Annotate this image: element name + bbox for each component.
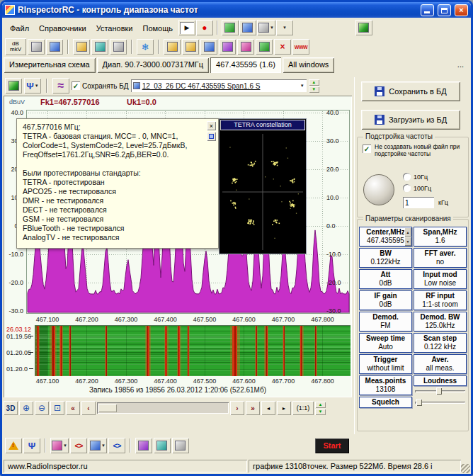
- spinner-down-icon[interactable]: ▼: [404, 237, 411, 246]
- trace1-config-button[interactable]: ▼: [50, 438, 69, 453]
- scan-param-sweep-time[interactable]: Sweep timeAuto: [359, 333, 412, 353]
- report-button[interactable]: [135, 438, 152, 453]
- zoom-select-button[interactable]: ⊡: [50, 401, 64, 415]
- minimize-button[interactable]: [421, 4, 434, 16]
- journal-button[interactable]: [73, 39, 90, 55]
- archive-folder-button[interactable]: [182, 39, 199, 55]
- start-button[interactable]: Start: [315, 438, 349, 453]
- maximize-button[interactable]: [438, 4, 451, 16]
- loudness-button[interactable]: Loudness: [414, 375, 467, 386]
- edit-table-button[interactable]: [91, 39, 108, 55]
- waveform-button[interactable]: ≈: [52, 78, 69, 94]
- scan-param-scan-step[interactable]: Scan step0.122 kHz: [414, 333, 467, 353]
- waterfall-chart[interactable]: [6, 325, 351, 376]
- tabs-overflow-button[interactable]: ...: [457, 60, 464, 69]
- page-first-button[interactable]: «: [66, 401, 80, 415]
- scan-param-aver[interactable]: Aver.all meas.: [414, 354, 467, 374]
- freeze-button[interactable]: ❄: [137, 39, 154, 55]
- schedule-button[interactable]: [200, 39, 217, 55]
- step-back-button[interactable]: ◄: [261, 401, 275, 415]
- search-mode-button[interactable]: ▼: [257, 20, 275, 35]
- scrollbar-thumb[interactable]: [98, 404, 117, 412]
- tab-измерительная-схема[interactable]: Измерительная схема: [4, 57, 96, 73]
- load-from-db-button[interactable]: Загрузить из БД: [361, 110, 460, 130]
- analyze-button[interactable]: [154, 438, 171, 453]
- map-button[interactable]: [355, 20, 372, 35]
- step-100hz-option[interactable]: 100Гц: [403, 184, 431, 192]
- scan-param-span-mhz[interactable]: Span,MHz1.6: [414, 227, 467, 246]
- pan-down-button[interactable]: ▼: [315, 409, 326, 415]
- scan-param-trigger[interactable]: Triggerwithout limit: [359, 354, 412, 374]
- trace1-step-buttons[interactable]: <>: [70, 438, 87, 453]
- menu-item-справочники[interactable]: Справочники: [34, 22, 91, 35]
- mode-dropdown-button[interactable]: ▼: [276, 20, 293, 35]
- history-scrollbar[interactable]: [97, 402, 229, 414]
- center-freq-spinner[interactable]: ▲▼: [404, 227, 411, 246]
- no-new-file-checkbox[interactable]: ✓: [363, 144, 371, 153]
- tab-диап-90-7-3000-007317мгц[interactable]: Диап. 90.7-3000.007317МГц: [97, 57, 210, 73]
- page-next-button[interactable]: ›: [230, 401, 244, 415]
- tuning-knob[interactable]: [363, 174, 394, 205]
- table-view-button[interactable]: [28, 39, 45, 55]
- start-sweep-button[interactable]: ▶: [178, 20, 195, 35]
- popup-pin-button[interactable]: [207, 132, 216, 141]
- zoom-out-button[interactable]: ⊖: [35, 401, 49, 415]
- scale-1to1-button[interactable]: (1:1): [292, 401, 314, 415]
- loudness-slider[interactable]: [414, 387, 467, 395]
- chart-purple-button[interactable]: [219, 39, 236, 55]
- scan-param-if-gain[interactable]: IF gain0dB: [359, 290, 412, 310]
- view-3d-button[interactable]: 3D: [4, 401, 18, 415]
- export-button[interactable]: [239, 20, 256, 35]
- db-mkv-toggle-button[interactable]: dBmkV: [5, 38, 26, 55]
- page-last-button[interactable]: »: [246, 401, 260, 415]
- save-to-db-button[interactable]: Сохранить в БД: [361, 81, 460, 101]
- step-fwd-button[interactable]: ►: [277, 401, 291, 415]
- antenna-button[interactable]: Ψ: [23, 438, 40, 453]
- scan-param-center-mhz[interactable]: Center,MHz467.435595▲▼: [359, 227, 412, 246]
- chart-green-button[interactable]: [256, 39, 273, 55]
- step-10hz-option[interactable]: 10Гц: [403, 173, 428, 181]
- trace-up-button[interactable]: ▲: [309, 79, 319, 86]
- web-button[interactable]: WWW: [292, 39, 309, 55]
- mask-button[interactable]: [110, 39, 127, 55]
- chart-pink-button[interactable]: [237, 39, 254, 55]
- record-selector[interactable]: 12_03_26 DC 467.435595 Span1.6 S ▼: [131, 79, 307, 92]
- tab-467-435595-1-6[interactable]: 467.435595 (1.6): [210, 57, 281, 73]
- scan-param-att[interactable]: Att0dB: [359, 269, 412, 289]
- notes-button[interactable]: [172, 438, 189, 453]
- menu-item-установки[interactable]: Установки: [91, 22, 138, 35]
- alarm-button[interactable]: !: [5, 438, 22, 453]
- chart-export-button[interactable]: [5, 78, 22, 94]
- zoom-in-button[interactable]: ⊕: [19, 401, 33, 415]
- slider-thumb[interactable]: [436, 387, 442, 395]
- record-button[interactable]: ●: [196, 20, 213, 35]
- delete-button[interactable]: ×: [274, 39, 291, 55]
- columns-view-button[interactable]: [46, 39, 63, 55]
- panorama-button[interactable]: [222, 20, 239, 35]
- spinner-up-icon[interactable]: ▲: [404, 227, 411, 237]
- scan-param-bw[interactable]: BW0.122kHz: [359, 248, 412, 268]
- squelch-button[interactable]: Squelch: [359, 397, 412, 408]
- scan-param-meas-points[interactable]: Meas.points13108: [359, 375, 412, 395]
- tab-all-windows[interactable]: All windows: [283, 57, 334, 73]
- page-prev-button[interactable]: ‹: [81, 401, 96, 415]
- scan-param-demod-bw[interactable]: Demod. BW125.0kHz: [414, 312, 467, 332]
- scan-param-rf-input[interactable]: RF input1:1-st room: [414, 290, 467, 310]
- trace-down-button[interactable]: ▼: [309, 86, 319, 93]
- scan-param-demod[interactable]: Demod.FM: [359, 312, 412, 332]
- squelch-slider[interactable]: [414, 399, 467, 406]
- title-bar[interactable]: RInspectorRC - контроль диапазона частот…: [2, 2, 471, 18]
- slider-thumb[interactable]: [416, 399, 422, 406]
- step-khz-input[interactable]: [403, 197, 434, 208]
- resize-grip[interactable]: [461, 464, 470, 473]
- trace2-step-buttons[interactable]: <>: [108, 438, 125, 453]
- close-button[interactable]: ×: [455, 4, 468, 16]
- open-folder-button[interactable]: [164, 39, 181, 55]
- popup-close-button[interactable]: ×: [207, 121, 216, 130]
- scan-param-input-mod[interactable]: Input modLow noise: [414, 269, 467, 289]
- scan-param-fft-aver[interactable]: FFT aver.no: [414, 248, 467, 268]
- antenna-select-combo[interactable]: Ψ▼: [24, 78, 41, 94]
- menu-item-помощь[interactable]: Помощь: [137, 22, 178, 35]
- trace2-config-button[interactable]: ▼: [89, 438, 107, 453]
- save-db-checkbox[interactable]: ✓: [72, 81, 80, 90]
